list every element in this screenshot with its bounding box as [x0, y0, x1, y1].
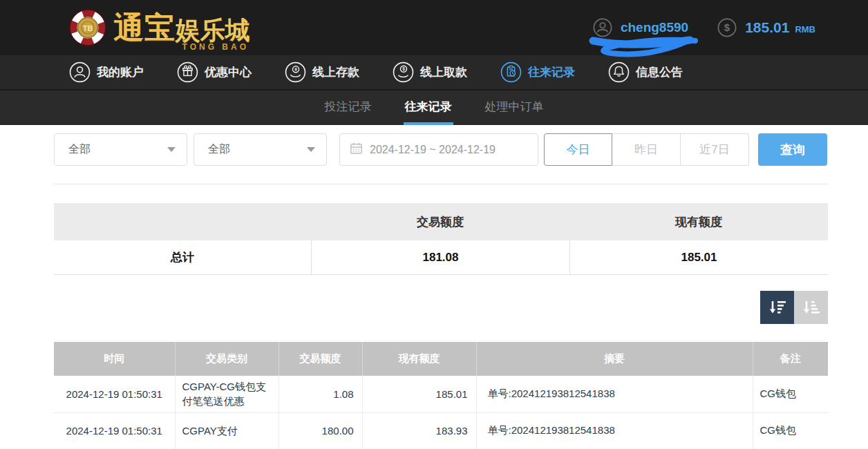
cell-summary: 单号:202412193812541838 — [476, 412, 753, 449]
header-balance: 现有额度 — [362, 342, 476, 376]
date-range-value: 2024-12-19 ~ 2024-12-19 — [370, 144, 496, 156]
summary-balance-total: 185.01 — [569, 240, 828, 274]
sort-descending-icon — [767, 297, 788, 318]
quick-label: 今日 — [567, 142, 590, 157]
filter-bar: 全部 全部 2024-12-19 ~ 2024-12-19 — [54, 133, 828, 166]
summary-total-label: 总计 — [54, 240, 311, 274]
header-type: 交易类别 — [175, 342, 279, 376]
sort-controls — [54, 291, 828, 324]
cell-note: CG钱包 — [753, 376, 828, 412]
username-text: cheng8590 — [621, 20, 688, 35]
user-avatar-icon — [593, 18, 612, 37]
cell-amount: 180.00 — [279, 412, 362, 449]
brand-sub-text: TONG BAO — [182, 43, 249, 51]
gift-icon — [177, 61, 198, 83]
balance-currency: RMB — [795, 21, 815, 35]
casino-chip-logo-icon: TB — [69, 9, 106, 46]
sort-ascending-icon — [801, 297, 822, 318]
svg-text:$: $ — [402, 66, 405, 72]
cell-type: CGPAY支付 — [175, 412, 279, 449]
main-content: 全部 全部 2024-12-19 ~ 2024-12-19 — [54, 133, 828, 449]
nav-label: 线上存款 — [312, 64, 359, 80]
chevron-down-icon — [167, 147, 176, 152]
svg-text:TB: TB — [83, 24, 93, 32]
brand-main-text: 通宝 — [113, 12, 176, 43]
yesterday-button[interactable]: 昨日 — [612, 133, 681, 166]
cell-balance: 183.93 — [362, 412, 476, 449]
header-amount: 交易额度 — [279, 342, 362, 376]
nav-item-announcements[interactable]: 信息公告 — [608, 61, 683, 83]
records-clipboard-icon — [500, 61, 522, 83]
today-button[interactable]: 今日 — [544, 133, 612, 166]
dollar-coin-icon: $ — [717, 18, 737, 37]
section-divider — [54, 184, 828, 184]
nav-item-my-account[interactable]: 我的账户 — [69, 61, 144, 83]
table-row: 2024-12-19 01:50:31 CGPAY-CG钱包支付笔笔送优惠 1.… — [54, 376, 828, 412]
quick-date-group: 今日 昨日 近7日 — [544, 133, 749, 166]
category-select-2[interactable]: 全部 — [194, 133, 327, 166]
summary-header-transaction: 交易额度 — [311, 203, 569, 240]
tab-label: 往来记录 — [405, 99, 452, 115]
table-header-row: 时间 交易类别 交易额度 现有额度 摘要 备注 — [54, 342, 828, 376]
cell-time: 2024-12-19 01:50:31 — [54, 376, 175, 412]
header-time: 时间 — [54, 342, 175, 376]
summary-transaction-total: 181.08 — [311, 240, 569, 274]
account-icon — [69, 61, 91, 83]
nav-item-promotions[interactable]: 优惠中心 — [177, 61, 252, 83]
summary-header-empty — [54, 203, 311, 240]
brand-rest-text: 娱乐城 — [176, 18, 250, 43]
nav-item-deposit[interactable]: ¥ 线上存款 — [285, 61, 359, 83]
tab-label: 投注记录 — [325, 99, 372, 115]
last7days-button[interactable]: 近7日 — [681, 133, 749, 166]
select-value: 全部 — [68, 142, 91, 157]
table-row: 2024-12-19 01:50:31 CGPAY支付 180.00 183.9… — [54, 412, 828, 449]
summary-table: 交易额度 现有额度 总计 181.08 185.01 — [54, 203, 828, 275]
cell-type: CGPAY-CG钱包支付笔笔送优惠 — [175, 376, 279, 412]
header-summary: 摘要 — [476, 342, 753, 376]
top-header: TB 通宝 娱乐城 TONG BAO cheng8590 — [0, 0, 868, 55]
date-range-picker[interactable]: 2024-12-19 ~ 2024-12-19 — [339, 133, 538, 166]
sort-ascending-button[interactable] — [794, 291, 828, 324]
tab-pending-orders[interactable]: 处理中订单 — [484, 90, 545, 125]
nav-label: 往来记录 — [528, 64, 575, 80]
cell-time: 2024-12-19 01:50:31 — [54, 412, 175, 449]
main-navigation: 我的账户 优惠中心 ¥ 线上存款 — [0, 55, 868, 90]
summary-header-balance: 现有额度 — [569, 203, 828, 240]
header-note: 备注 — [753, 342, 828, 376]
cell-note: CG钱包 — [753, 412, 828, 449]
user-account[interactable]: cheng8590 — [593, 18, 688, 37]
transactions-table: 时间 交易类别 交易额度 现有额度 摘要 备注 2024-12-19 01:50… — [54, 342, 828, 449]
calendar-icon — [350, 142, 363, 157]
wallet-balance[interactable]: $ 185.01 RMB — [717, 18, 815, 37]
chevron-down-icon — [307, 147, 315, 152]
select-value: 全部 — [208, 142, 230, 157]
quick-label: 昨日 — [634, 142, 658, 157]
nav-label: 信息公告 — [636, 64, 683, 80]
search-button[interactable]: 查询 — [758, 133, 827, 166]
nav-item-transaction-records[interactable]: 往来记录 — [500, 61, 575, 83]
tab-label: 处理中订单 — [485, 99, 544, 115]
sort-descending-button[interactable] — [760, 291, 794, 324]
withdraw-icon: $ — [393, 61, 414, 83]
balance-amount: 185.01 — [745, 19, 789, 36]
records-tabbar: 投注记录 往来记录 处理中订单 — [0, 90, 868, 125]
brand-wordmark: 通宝 娱乐城 TONG BAO — [113, 12, 250, 43]
cell-balance: 185.01 — [362, 376, 476, 412]
tab-transaction-records[interactable]: 往来记录 — [404, 90, 453, 125]
bell-icon — [608, 61, 630, 83]
svg-text:$: $ — [724, 21, 730, 33]
category-select-1[interactable]: 全部 — [54, 133, 187, 166]
cell-summary: 单号:202412193812541838 — [476, 376, 753, 412]
summary-total-row: 总计 181.08 185.01 — [54, 240, 828, 275]
nav-item-withdraw[interactable]: $ 线上取款 — [393, 61, 467, 83]
quick-label: 近7日 — [699, 142, 729, 157]
summary-header-row: 交易额度 现有额度 — [54, 203, 828, 240]
tab-betting-records[interactable]: 投注记录 — [323, 90, 373, 125]
nav-label: 我的账户 — [97, 64, 144, 80]
svg-text:¥: ¥ — [294, 67, 297, 72]
deposit-icon: ¥ — [285, 61, 306, 83]
cell-amount: 1.08 — [279, 376, 362, 412]
nav-label: 优惠中心 — [205, 64, 252, 80]
nav-label: 线上取款 — [420, 64, 467, 80]
brand-logo[interactable]: TB 通宝 娱乐城 TONG BAO — [69, 9, 250, 46]
